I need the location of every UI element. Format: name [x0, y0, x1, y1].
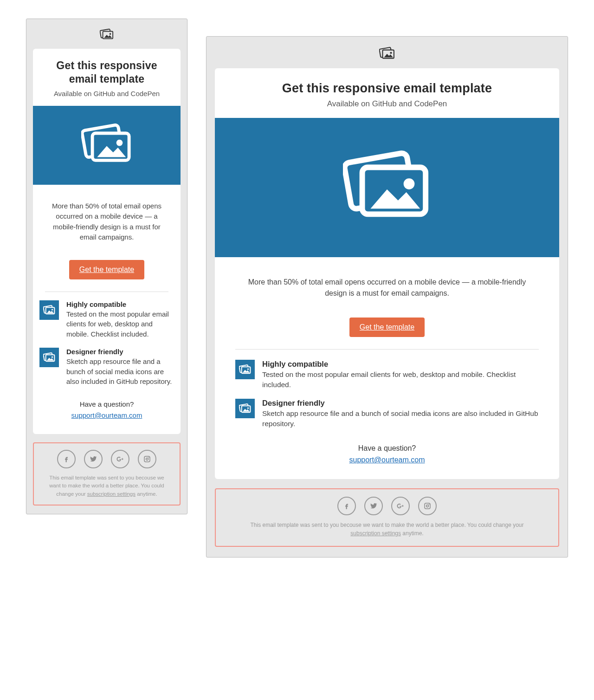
- feature-title: Designer friendly: [66, 348, 174, 356]
- footer-disclaimer: This email template was sent to you beco…: [240, 521, 534, 538]
- feature-title: Designer friendly: [262, 399, 539, 408]
- social-row: [39, 450, 175, 468]
- svg-point-17: [390, 52, 392, 54]
- lead-text: More than 50% of total email opens occur…: [215, 265, 559, 306]
- feature-body: Tested on the most popular email clients…: [66, 309, 174, 339]
- cta-button[interactable]: Get the template: [349, 318, 425, 337]
- subscription-settings-link[interactable]: subscription settings: [87, 491, 136, 497]
- svg-point-20: [404, 178, 415, 189]
- card-header: Get this responsive email template Avail…: [215, 68, 559, 118]
- photo-stack-icon: [235, 399, 255, 418]
- feature-list: Highly compatible Tested on the most pop…: [215, 350, 559, 441]
- footer-disclaimer: This email template was sent to you beco…: [45, 474, 168, 498]
- svg-point-13: [146, 458, 148, 460]
- desktop-preview: Get this responsive email template Avail…: [206, 36, 568, 557]
- support-block: Have a question? support@ourteam.com: [215, 441, 559, 479]
- email-footer: This email template was sent to you beco…: [33, 442, 181, 506]
- svg-point-29: [429, 504, 430, 505]
- email-card: Get this responsive email template Avail…: [33, 49, 181, 434]
- feature-list: Highly compatible Tested on the most pop…: [33, 292, 181, 397]
- svg-point-2: [110, 33, 111, 35]
- feature-body: Sketch app resource file and a bunch of …: [262, 408, 539, 429]
- mobile-preview: Get this responsive email template Avail…: [26, 19, 187, 514]
- instagram-icon[interactable]: [138, 450, 156, 468]
- feature-item: Highly compatible Tested on the most pop…: [39, 300, 174, 339]
- photo-stack-icon: [100, 28, 114, 42]
- subtitle: Available on GitHub and CodePen: [43, 90, 170, 97]
- social-row: [224, 497, 550, 515]
- disclaimer-post: anytime.: [136, 491, 157, 497]
- google-plus-icon[interactable]: [111, 450, 129, 468]
- photo-stack-icon: [235, 360, 255, 379]
- disclaimer-post: anytime.: [401, 530, 424, 537]
- svg-rect-12: [144, 456, 150, 462]
- instagram-icon[interactable]: [418, 497, 437, 515]
- logo-row: [215, 44, 559, 68]
- cta-button[interactable]: Get the template: [69, 260, 144, 279]
- svg-point-11: [52, 356, 53, 357]
- svg-point-23: [247, 369, 249, 370]
- feature-body: Sketch app resource file and a bunch of …: [66, 356, 174, 387]
- support-email-link[interactable]: support@ourteam.com: [71, 411, 142, 419]
- google-plus-icon[interactable]: [391, 497, 410, 515]
- svg-point-26: [247, 408, 249, 409]
- support-question: Have a question?: [80, 400, 134, 408]
- svg-point-28: [426, 505, 429, 507]
- support-block: Have a question? support@ourteam.com: [33, 397, 181, 434]
- feature-title: Highly compatible: [262, 360, 539, 369]
- title: Get this responsive email template: [229, 81, 545, 96]
- photo-stack-icon: [379, 47, 395, 62]
- logo-row: [33, 26, 181, 49]
- twitter-icon[interactable]: [84, 450, 103, 468]
- facebook-icon[interactable]: [337, 497, 356, 515]
- feature-item: Designer friendly Sketch app resource fi…: [235, 399, 539, 429]
- photo-stack-icon: [343, 149, 431, 226]
- lead-text: More than 50% of total email opens occur…: [33, 192, 181, 249]
- photo-stack-icon: [81, 123, 132, 168]
- hero-image: [33, 106, 181, 185]
- feature-body: Tested on the most popular email clients…: [262, 369, 539, 390]
- feature-item: Highly compatible Tested on the most pop…: [235, 360, 539, 390]
- facebook-icon[interactable]: [57, 450, 76, 468]
- support-question: Have a question?: [358, 444, 416, 452]
- hero-image: [215, 118, 559, 257]
- subscription-settings-link[interactable]: subscription settings: [350, 530, 401, 537]
- subtitle: Available on GitHub and CodePen: [229, 99, 545, 109]
- email-footer: This email template was sent to you beco…: [215, 488, 559, 547]
- card-header: Get this responsive email template Avail…: [33, 49, 181, 106]
- feature-title: Highly compatible: [66, 300, 174, 308]
- disclaimer-pre: This email template was sent to you beco…: [250, 522, 523, 528]
- svg-point-14: [148, 457, 149, 458]
- twitter-icon[interactable]: [364, 497, 383, 515]
- feature-item: Designer friendly Sketch app resource fi…: [39, 348, 174, 387]
- photo-stack-icon: [39, 348, 59, 367]
- svg-rect-27: [425, 503, 430, 509]
- photo-stack-icon: [39, 300, 59, 320]
- title: Get this responsive email template: [43, 59, 170, 86]
- email-card: Get this responsive email template Avail…: [215, 68, 559, 479]
- svg-point-5: [116, 139, 123, 146]
- support-email-link[interactable]: support@ourteam.com: [349, 456, 425, 464]
- svg-point-8: [52, 309, 53, 310]
